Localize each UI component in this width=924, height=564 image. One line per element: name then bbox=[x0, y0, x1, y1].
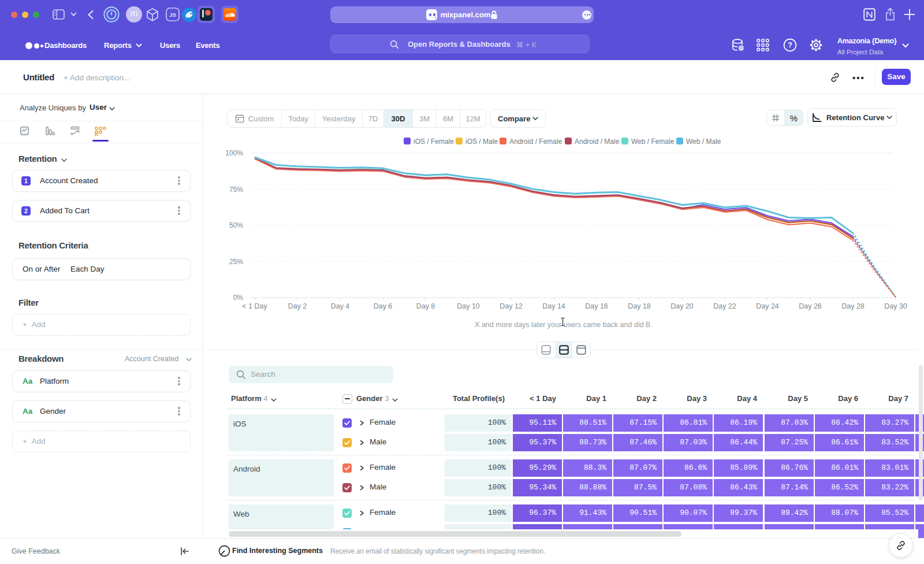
svg-text:Day 20: Day 20 bbox=[670, 302, 694, 310]
svg-text:Day 30: Day 30 bbox=[884, 302, 907, 310]
svg-text:Day 28: Day 28 bbox=[841, 302, 865, 310]
svg-text:75%: 75% bbox=[229, 185, 243, 194]
svg-text:Day 10: Day 10 bbox=[457, 302, 480, 310]
svg-text:Day 12: Day 12 bbox=[500, 302, 523, 310]
svg-text:25%: 25% bbox=[229, 258, 243, 266]
svg-text:JS: JS bbox=[169, 12, 176, 18]
svg-text:Day 6: Day 6 bbox=[374, 302, 393, 310]
svg-text:?: ? bbox=[788, 41, 792, 49]
svg-text:Day 18: Day 18 bbox=[628, 302, 651, 310]
svg-text:0%: 0% bbox=[233, 294, 244, 302]
svg-text:Day 16: Day 16 bbox=[585, 302, 608, 310]
svg-text:Day 4: Day 4 bbox=[331, 302, 350, 310]
svg-text:Day 14: Day 14 bbox=[542, 302, 565, 310]
svg-text:Day 26: Day 26 bbox=[799, 302, 822, 310]
svg-text:50%: 50% bbox=[229, 221, 243, 229]
svg-text:Day 8: Day 8 bbox=[416, 302, 435, 310]
svg-text:100%: 100% bbox=[225, 149, 243, 157]
svg-text:Day 22: Day 22 bbox=[713, 302, 736, 310]
svg-text:Day 24: Day 24 bbox=[756, 302, 779, 310]
svg-text:< 1 Day: < 1 Day bbox=[242, 302, 267, 310]
svg-text:Day 2: Day 2 bbox=[288, 302, 307, 310]
